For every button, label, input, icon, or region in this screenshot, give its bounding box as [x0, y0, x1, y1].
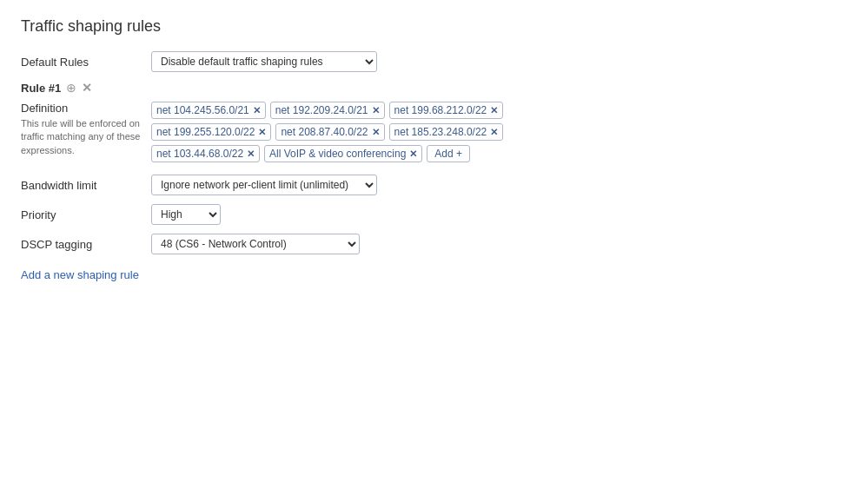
rule-title-label: Rule #1 [21, 82, 61, 95]
bandwidth-limit-select[interactable]: Ignore network per-client limit (unlimit… [151, 175, 377, 195]
bandwidth-limit-row: Bandwidth limit Ignore network per-clien… [21, 175, 847, 195]
tag-net-7: net 103.44.68.0/22 ✕ [151, 145, 260, 162]
default-rules-select[interactable]: Disable default traffic shaping rules [151, 51, 377, 72]
add-tag-button[interactable]: Add + [427, 145, 470, 162]
tag-net-3-remove[interactable]: ✕ [490, 105, 498, 116]
tag-net-4: net 199.255.120.0/22 ✕ [151, 123, 271, 141]
tag-voip-remove[interactable]: ✕ [409, 148, 417, 160]
tag-net-1: net 104.245.56.0/21 ✕ [151, 102, 266, 119]
default-rules-row: Default Rules Disable default traffic sh… [21, 51, 847, 72]
rule-header: Rule #1 ⊕ ✕ [21, 81, 847, 95]
dscp-tagging-label: DSCP tagging [21, 238, 151, 251]
tag-net-5-text: net 208.87.40.0/22 [281, 126, 368, 138]
tag-net-3: net 199.68.212.0/22 ✕ [389, 102, 504, 119]
tags-area: net 104.245.56.0/21 ✕ net 192.209.24.0/2… [151, 102, 551, 162]
tag-net-3-text: net 199.68.212.0/22 [394, 104, 487, 116]
tag-net-1-text: net 104.245.56.0/21 [156, 104, 249, 116]
definition-title: Definition [21, 102, 151, 115]
default-rules-label: Default Rules [21, 56, 151, 69]
tag-voip: All VoIP & video conferencing ✕ [264, 145, 422, 162]
dscp-tagging-select[interactable]: 48 (CS6 - Network Control) [151, 234, 360, 254]
tag-net-6-remove[interactable]: ✕ [490, 127, 498, 138]
tag-net-2-remove[interactable]: ✕ [372, 105, 380, 116]
tag-net-4-text: net 199.255.120.0/22 [156, 126, 255, 138]
definition-section: Definition This rule will be enforced on… [21, 102, 847, 162]
dscp-tagging-row: DSCP tagging 48 (CS6 - Network Control) [21, 234, 847, 254]
tag-net-7-remove[interactable]: ✕ [247, 148, 255, 160]
bandwidth-limit-label: Bandwidth limit [21, 179, 151, 192]
tag-net-6-text: net 185.23.248.0/22 [394, 126, 487, 138]
priority-label: Priority [21, 208, 151, 221]
priority-row: Priority High Normal Low [21, 204, 847, 225]
tag-net-5: net 208.87.40.0/22 ✕ [275, 123, 384, 141]
page-title: Traffic shaping rules [21, 17, 847, 36]
delete-rule-icon[interactable]: ✕ [82, 81, 92, 95]
move-icon[interactable]: ⊕ [66, 81, 76, 95]
priority-select[interactable]: High Normal Low [151, 204, 221, 225]
tag-net-5-remove[interactable]: ✕ [372, 127, 380, 138]
tag-net-4-remove[interactable]: ✕ [258, 127, 266, 138]
definition-description: This rule will be enforced on traffic ma… [21, 117, 151, 157]
definition-label-area: Definition This rule will be enforced on… [21, 102, 151, 157]
tag-net-7-text: net 103.44.68.0/22 [156, 148, 243, 160]
tag-net-2: net 192.209.24.0/21 ✕ [270, 102, 385, 119]
tag-net-6: net 185.23.248.0/22 ✕ [389, 123, 504, 141]
tag-net-1-remove[interactable]: ✕ [253, 105, 261, 116]
tag-voip-text: All VoIP & video conferencing [269, 148, 406, 160]
add-rule-link[interactable]: Add a new shaping rule [21, 268, 139, 281]
tag-net-2-text: net 192.209.24.0/21 [275, 104, 368, 116]
